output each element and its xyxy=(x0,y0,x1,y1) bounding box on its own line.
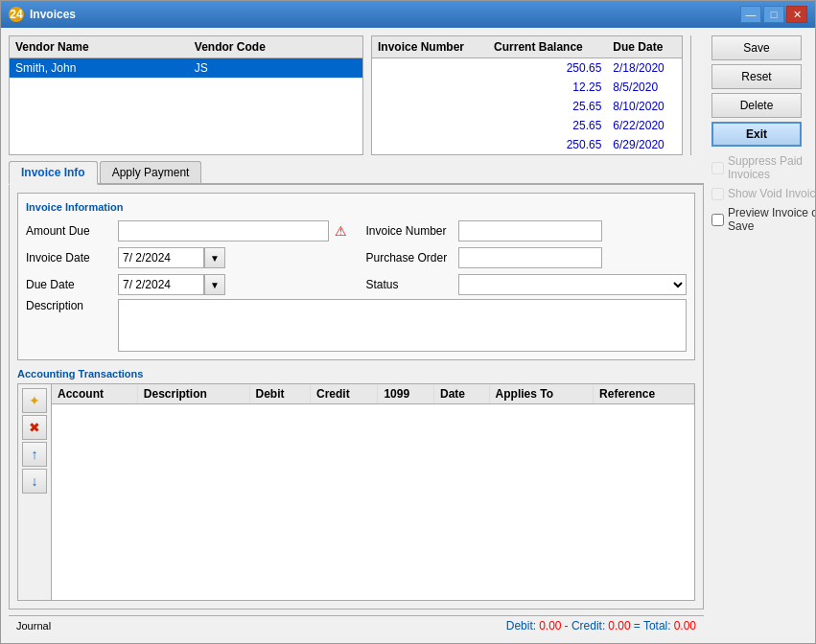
journal-bar: Journal Debit: 0.00 - Credit: 0.00 = Tot… xyxy=(9,615,704,635)
app-icon: 24 xyxy=(9,7,24,22)
purchase-order-input[interactable] xyxy=(458,247,602,268)
invoice-number-label: Invoice Number xyxy=(366,224,453,238)
invoice-number-cell xyxy=(372,135,488,154)
invoice-number-input[interactable] xyxy=(458,220,602,242)
due-date-picker-button[interactable]: ▼ xyxy=(204,274,225,295)
move-up-button[interactable]: ↑ xyxy=(22,442,47,467)
account-column-header: Account xyxy=(52,384,137,404)
invoice-number-cell xyxy=(372,58,488,79)
invoice-number-cell xyxy=(372,116,488,135)
accounting-transactions-label: Accounting Transactions xyxy=(17,368,695,380)
credit-column-header: Credit xyxy=(310,384,377,404)
invoice-table: Invoice Number Current Balance Due Date … xyxy=(371,35,683,155)
delete-transaction-button[interactable]: ✖ xyxy=(22,415,47,440)
invoice-number-row: Invoice Number xyxy=(366,220,688,242)
scrollbar[interactable] xyxy=(690,35,704,155)
invoice-row[interactable]: 250.65 2/18/2020 xyxy=(372,58,682,79)
description-column-header: Description xyxy=(137,384,249,404)
due-date-cell: 6/29/2020 xyxy=(607,135,682,154)
balance-cell: 250.65 xyxy=(488,58,607,79)
description-input[interactable] xyxy=(118,299,687,352)
amount-due-row: Amount Due ⚠ xyxy=(26,220,347,242)
due-date-row: Due Date ▼ xyxy=(26,274,347,295)
invoice-number-column-header: Invoice Number xyxy=(372,36,488,58)
main-window: 24 Invoices — □ ✕ Vendor Name Vendor Cod xyxy=(0,0,816,644)
suppress-paid-invoices-checkbox[interactable] xyxy=(711,162,724,174)
purchase-order-row: Purchase Order xyxy=(366,247,688,268)
minimize-button[interactable]: — xyxy=(740,6,761,23)
preview-invoice-on-save-checkbox[interactable] xyxy=(711,214,724,226)
vendor-code-cell: JS xyxy=(189,58,362,79)
reset-button[interactable]: Reset xyxy=(711,64,802,89)
accounting-table-container: ✦ ✖ ↑ ↓ Account Descr xyxy=(17,383,695,601)
maximize-button[interactable]: □ xyxy=(763,6,784,23)
vendor-row[interactable]: Smith, John JS xyxy=(10,58,362,79)
due-date-label: Due Date xyxy=(26,278,112,291)
current-balance-column-header: Current Balance xyxy=(488,36,607,58)
credit-value: 0.00 xyxy=(608,619,630,632)
move-down-button[interactable]: ↓ xyxy=(22,469,47,494)
invoice-information-label: Invoice Information xyxy=(26,201,687,213)
window-title: Invoices xyxy=(30,8,76,21)
due-date-cell: 2/18/2020 xyxy=(607,58,682,79)
credit-label: Credit: xyxy=(571,619,605,632)
suppress-paid-invoices-label: Suppress Paid Invoices xyxy=(728,154,815,181)
invoice-date-picker-button[interactable]: ▼ xyxy=(204,247,225,268)
invoice-date-label: Invoice Date xyxy=(26,251,112,264)
due-date-cell: 8/10/2020 xyxy=(607,97,682,116)
total-value: 0.00 xyxy=(674,619,696,632)
accounting-transactions-section: Accounting Transactions ✦ ✖ ↑ ↓ xyxy=(17,368,695,601)
purchase-order-label: Purchase Order xyxy=(366,251,453,264)
vendor-code-column-header: Vendor Code xyxy=(189,36,362,58)
add-transaction-button[interactable]: ✦ xyxy=(22,388,47,413)
description-label: Description xyxy=(26,299,112,312)
journal-label: Journal xyxy=(16,620,51,632)
amount-due-input[interactable] xyxy=(118,220,329,242)
content-area: Vendor Name Vendor Code Smith, John JS xyxy=(1,28,815,643)
accounting-toolbar: ✦ ✖ ↑ ↓ xyxy=(18,384,52,600)
title-bar: 24 Invoices — □ ✕ xyxy=(1,1,815,28)
balance-cell: 250.65 xyxy=(488,135,607,154)
due-date-column-header: Due Date xyxy=(607,36,682,58)
right-panel: Save Reset Delete Exit Suppress Paid Inv… xyxy=(711,35,807,635)
show-void-invoices-label: Show Void Invoices xyxy=(728,187,815,200)
balance-cell: 25.65 xyxy=(488,116,607,135)
tabs-section: Invoice Info Apply Payment Invoice Infor… xyxy=(9,161,704,610)
top-section: Vendor Name Vendor Code Smith, John JS xyxy=(9,35,704,155)
debit-column-header: Debit xyxy=(249,384,310,404)
invoice-row[interactable]: 250.65 6/29/2020 xyxy=(372,135,682,154)
due-date-cell: 6/22/2020 xyxy=(607,116,682,135)
invoice-row[interactable]: 12.25 8/5/2020 xyxy=(372,78,682,97)
tab-invoice-info-content: Invoice Information Amount Due ⚠ xyxy=(9,185,704,610)
tab-apply-payment[interactable]: Apply Payment xyxy=(100,161,202,183)
invoice-date-input[interactable] xyxy=(118,247,204,268)
vendor-table: Vendor Name Vendor Code Smith, John JS xyxy=(9,35,363,155)
show-void-invoices-checkbox[interactable] xyxy=(711,188,724,200)
debit-label: Debit: xyxy=(506,619,536,632)
status-select[interactable] xyxy=(458,274,688,295)
status-row: Status xyxy=(366,274,688,295)
suppress-paid-invoices-row: Suppress Paid Invoices xyxy=(711,154,815,181)
error-icon: ⚠ xyxy=(335,223,347,239)
save-button[interactable]: Save xyxy=(711,35,802,60)
vendor-name-column-header: Vendor Name xyxy=(10,36,189,58)
balance-cell: 25.65 xyxy=(488,97,607,116)
close-button[interactable]: ✕ xyxy=(786,6,807,23)
delete-button[interactable]: Delete xyxy=(711,93,802,118)
tab-invoice-info[interactable]: Invoice Info xyxy=(9,161,98,185)
due-date-cell: 8/5/2020 xyxy=(607,78,682,97)
credit-separator: - xyxy=(565,619,571,632)
exit-button[interactable]: Exit xyxy=(711,122,802,147)
debit-value: 0.00 xyxy=(539,619,561,632)
preview-invoice-on-save-label: Preview Invoice on Save xyxy=(728,206,815,233)
invoice-row[interactable]: 25.65 8/10/2020 xyxy=(372,97,682,116)
tab-bar: Invoice Info Apply Payment xyxy=(9,161,704,185)
1099-column-header: 1099 xyxy=(378,384,434,404)
due-date-input[interactable] xyxy=(118,274,204,295)
status-label: Status xyxy=(366,278,453,291)
total-label: = Total: xyxy=(634,619,671,632)
show-void-invoices-row: Show Void Invoices xyxy=(711,187,815,200)
date-column-header: Date xyxy=(434,384,490,404)
journal-totals: Debit: 0.00 - Credit: 0.00 = Total: 0.00 xyxy=(506,619,696,632)
invoice-row[interactable]: 25.65 6/22/2020 xyxy=(372,116,682,135)
